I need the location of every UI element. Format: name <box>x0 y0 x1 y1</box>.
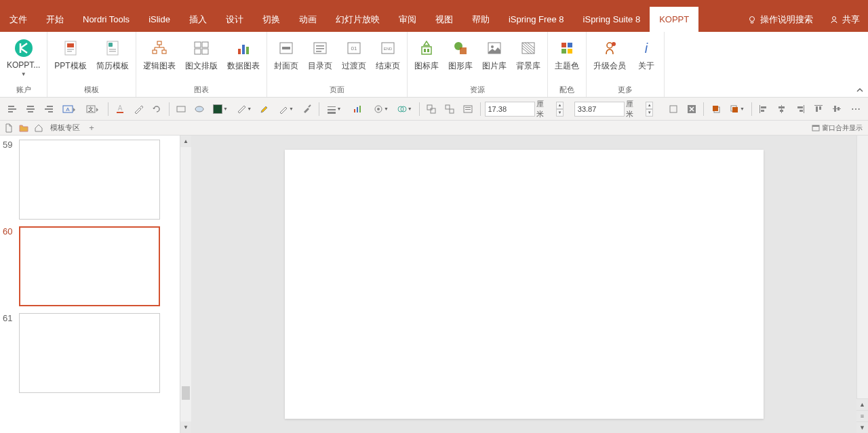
scroll-up-icon[interactable]: ▲ <box>180 136 191 147</box>
qat-reset[interactable] <box>684 101 699 117</box>
scroll-down-icon[interactable]: ▼ <box>180 421 191 433</box>
menu-ispring-free[interactable]: iSpring Free 8 <box>499 7 574 32</box>
slide-thumbnail[interactable] <box>19 140 160 220</box>
resume-template-button[interactable]: 简历模板 <box>92 36 133 73</box>
window-merge-hint[interactable]: 窗口合并显示 <box>812 123 863 133</box>
qat-align-objects-right[interactable] <box>793 101 808 117</box>
slide-canvas[interactable] <box>285 150 764 419</box>
qat-selection-pane[interactable] <box>460 101 476 117</box>
qat-rect-shape[interactable] <box>174 101 189 117</box>
svg-rect-32 <box>427 49 429 52</box>
toc-page-button[interactable]: 目录页 <box>304 36 336 73</box>
menu-transition[interactable]: 切换 <box>253 7 290 32</box>
menu-view[interactable]: 视图 <box>426 7 462 32</box>
menu-nordri[interactable]: Nordri Tools <box>73 7 139 32</box>
next-slide-button[interactable]: ▼ <box>856 421 868 433</box>
end-page-button[interactable]: END 结束页 <box>372 36 404 73</box>
upgrade-button[interactable]: 升级会员 <box>589 36 630 73</box>
menu-help[interactable]: 帮助 <box>462 7 499 32</box>
scrollbar-thumb[interactable] <box>857 136 868 156</box>
add-tab-button[interactable]: + <box>85 122 98 134</box>
menu-file[interactable]: 文件 <box>0 7 37 32</box>
qat-highlighter[interactable] <box>257 101 273 117</box>
qat-chart-btn[interactable] <box>347 101 368 117</box>
transition-page-button[interactable]: 01 过渡页 <box>338 36 370 73</box>
koppt-account-button[interactable]: KOPPT... ▼ <box>3 36 44 79</box>
qat-fill-color[interactable]: ▼ <box>210 101 231 117</box>
theme-color-button[interactable]: 主题色 <box>551 36 583 73</box>
menu-home[interactable]: 开始 <box>37 7 73 32</box>
menu-animation[interactable]: 动画 <box>290 7 326 32</box>
qat-oval-shape[interactable] <box>192 101 208 117</box>
qat-eyedropper[interactable] <box>130 101 146 117</box>
canvas-scrollbar[interactable]: ▲ ≡ ▼ <box>856 136 868 433</box>
menu-slideshow[interactable]: 幻灯片放映 <box>326 7 389 32</box>
bg-lib-button[interactable]: 背景库 <box>512 36 545 73</box>
menu-koppt[interactable]: KOPPT <box>650 7 698 32</box>
slide-item-61[interactable]: 61 <box>0 312 180 398</box>
qat-more[interactable]: ⋯ <box>848 101 864 117</box>
shape-lib-button[interactable]: 图形库 <box>444 36 477 73</box>
qat-rotate[interactable] <box>149 101 165 117</box>
new-file-icon[interactable] <box>3 122 15 134</box>
cover-page-button[interactable]: 封面页 <box>270 36 302 73</box>
about-button[interactable]: i 关于 <box>631 36 661 73</box>
qat-pen[interactable]: ▼ <box>275 101 296 117</box>
width-input[interactable] <box>485 102 535 117</box>
qat-outline-color[interactable]: ▼ <box>233 101 254 117</box>
tell-me-search[interactable]: 操作说明搜索 <box>739 7 821 32</box>
qat-align-objects-left[interactable] <box>756 101 772 117</box>
collapse-ribbon-button[interactable] <box>856 86 864 94</box>
nav-menu-button[interactable]: ≡ <box>856 410 868 421</box>
menu-ispring-suite[interactable]: iSpring Suite 8 <box>574 7 650 32</box>
ppt-template-button[interactable]: PPT模板 <box>50 36 90 73</box>
qat-line-weight[interactable]: ▼ <box>323 101 344 117</box>
height-spinner[interactable]: ▲▼ <box>646 102 654 117</box>
slide-thumbnail[interactable] <box>19 313 160 393</box>
slide-panel-scrollbar[interactable]: ▲ ▼ <box>180 136 191 433</box>
height-input[interactable] <box>574 102 625 117</box>
image-lib-button[interactable]: 图片库 <box>478 36 511 73</box>
svg-rect-59 <box>117 112 123 113</box>
qat-font-color[interactable]: A <box>112 101 127 117</box>
width-spinner[interactable]: ▲▼ <box>556 102 564 117</box>
slide-thumbnail-selected[interactable] <box>19 226 160 306</box>
qat-align-objects-center[interactable] <box>774 101 790 117</box>
logic-chart-button[interactable]: 逻辑图表 <box>139 36 180 73</box>
group-label-account: 账户 <box>16 83 31 97</box>
slide-item-59[interactable]: 59 <box>0 138 180 225</box>
qat-group[interactable] <box>423 101 439 117</box>
qat-crop[interactable] <box>665 101 681 117</box>
qat-text-box[interactable]: A <box>59 101 80 117</box>
data-chart-button[interactable]: 数据图表 <box>223 36 264 73</box>
qat-brush[interactable] <box>299 101 315 117</box>
qat-send-backward[interactable]: ▼ <box>726 101 747 117</box>
menu-islide[interactable]: iSlide <box>139 7 180 32</box>
qat-merge-shapes[interactable]: ▼ <box>394 101 415 117</box>
svg-rect-15 <box>202 42 208 47</box>
layout-chart-button[interactable]: 图文排版 <box>181 36 222 73</box>
slide-item-60[interactable]: 60 <box>0 225 180 312</box>
qat-align-center[interactable] <box>22 101 38 117</box>
group-label-resource: 资源 <box>470 83 485 97</box>
icon-lib-button[interactable]: 图标库 <box>410 36 443 73</box>
menu-insert[interactable]: 插入 <box>180 7 216 32</box>
slide-list[interactable]: 59 60 61 <box>0 136 180 433</box>
scrollbar-thumb[interactable] <box>182 386 190 400</box>
qat-bring-forward[interactable] <box>708 101 724 117</box>
qat-align-objects-middle[interactable] <box>829 101 845 117</box>
prev-slide-button[interactable]: ▲ <box>856 398 868 410</box>
home-icon[interactable] <box>33 122 45 134</box>
share-button[interactable]: 共享 <box>821 7 868 32</box>
menu-design[interactable]: 设计 <box>216 7 253 32</box>
qat-align-right[interactable] <box>41 101 56 117</box>
qat-align-left[interactable] <box>4 101 20 117</box>
menu-review[interactable]: 审阅 <box>389 7 426 32</box>
qat-smartart[interactable]: ▼ <box>370 101 391 117</box>
open-folder-icon[interactable] <box>18 122 30 134</box>
qat-text-style[interactable]: 文 <box>83 101 104 117</box>
qat-align-objects-top[interactable] <box>811 101 827 117</box>
template-zone-tab[interactable]: 模板专区 <box>47 123 83 133</box>
canvas-area[interactable] <box>191 136 856 433</box>
qat-ungroup[interactable] <box>441 101 457 117</box>
